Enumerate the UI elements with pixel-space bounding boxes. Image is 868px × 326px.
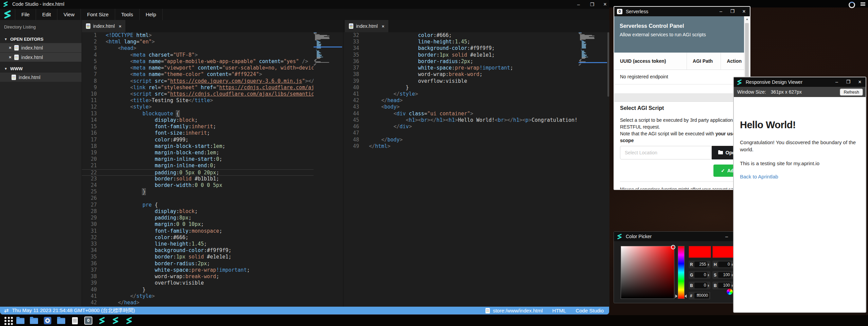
code-line-29[interactable]: 29 padding:8px;	[82, 215, 314, 221]
refresh-button[interactable]: Refresh	[840, 89, 863, 96]
code-line-42[interactable]: 42 </head>	[343, 97, 579, 104]
code-editor[interactable]: 32 color:#666;33 line-height:1.45;34 bac…	[343, 32, 579, 307]
code-line-11[interactable]: 11 <title>Testing Site</title>	[82, 97, 314, 104]
taskbar-folder-icon[interactable]	[27, 317, 41, 324]
code-line-2[interactable]: 2<html lang="en">	[82, 39, 314, 45]
menu-edit[interactable]: Edit	[36, 9, 57, 20]
close-button[interactable]: ×	[738, 8, 750, 15]
picker-field-hr0[interactable]: H0▴▾	[712, 261, 734, 268]
code-line-13[interactable]: 13 blockquote {	[82, 111, 314, 117]
code-line-41[interactable]: 41 </style>	[343, 91, 579, 97]
minimize-button[interactable]: –	[574, 2, 583, 7]
color-wheel-icon[interactable]	[727, 289, 733, 295]
title-bar[interactable]: Responsive Design Viewer – ❐ ×	[734, 77, 866, 87]
code-line-31[interactable]: 31 font-family:monospace;	[82, 228, 314, 234]
code-line-9[interactable]: 9 <link rel="stylesheet" href="https://c…	[82, 84, 314, 91]
status-file-path[interactable]: store:/www/index.html	[493, 308, 543, 313]
taskbar-document-icon[interactable]	[68, 317, 82, 324]
picker-field-sr1[interactable]: S100▴▾	[712, 271, 734, 279]
code-line-6[interactable]: 6 <meta name="viewport" content="user-sc…	[82, 65, 314, 71]
code-line-32[interactable]: 32 color:#666;	[82, 234, 314, 241]
sv-selector[interactable]	[671, 245, 675, 249]
code-line-4[interactable]: 4 <meta charset="UTF-8">	[82, 52, 314, 58]
title-bar[interactable]: 0 Serverless – ❐ ×	[614, 7, 750, 16]
code-line-38[interactable]: 38 word-wrap:break-word;	[343, 71, 579, 78]
code-line-26[interactable]: 26	[82, 195, 314, 202]
code-line-43[interactable]: 43 <body>	[343, 104, 579, 110]
code-line-1[interactable]: 1<!DOCTYPE html>	[82, 32, 314, 39]
menu-font-size[interactable]: Font Size	[81, 9, 114, 20]
menu-tools[interactable]: Tools	[115, 9, 139, 20]
scroll-up-icon[interactable]: ▴	[744, 17, 750, 21]
code-line-5[interactable]: 5 <meta name="apple-mobile-web-app-capab…	[82, 58, 314, 65]
code-line-44[interactable]: 44 <div class="ui container">	[343, 111, 579, 117]
code-line-40[interactable]: 40 }	[82, 287, 314, 293]
code-line-37[interactable]: 37 white-space:pre-wrap!important;	[82, 267, 314, 273]
sidebar-item-index.html[interactable]: index.html	[0, 73, 82, 82]
maximize-button[interactable]: ❐	[727, 8, 738, 15]
close-icon[interactable]: ×	[9, 45, 12, 50]
code-line-37[interactable]: 37 white-space:pre-wrap!important;	[343, 65, 579, 71]
code-line-40[interactable]: 40 }	[343, 84, 579, 91]
code-line-14[interactable]: 14 display:block;	[82, 117, 314, 123]
close-button[interactable]: ×	[854, 79, 866, 85]
code-line-35[interactable]: 35 border:1px solid #e1e1e1;	[82, 254, 314, 260]
restore-button[interactable]: ❐	[588, 2, 597, 7]
taskbar-folder-icon[interactable]	[54, 317, 68, 324]
picker-field-br2[interactable]: B100▴▾	[712, 282, 734, 289]
picker-field-hex[interactable]: #ff0000	[689, 292, 710, 300]
code-line-34[interactable]: 34 background-color:#f9f9f9;	[82, 247, 314, 254]
minimize-button[interactable]: –	[721, 234, 732, 239]
menu-file[interactable]: File	[15, 9, 36, 20]
maximize-button[interactable]: ❐	[843, 79, 854, 85]
stepper-icon[interactable]: ▴▾	[731, 274, 733, 276]
code-line-42[interactable]: 42 </head>	[82, 300, 314, 306]
preview-link[interactable]: Back to Aprintlab	[740, 174, 860, 179]
code-line-49[interactable]: 49</html>	[343, 143, 579, 150]
code-line-22[interactable]: 22 padding:0 5px 0 20px;	[82, 169, 314, 176]
title-bar[interactable]: Color Picker – ❐	[614, 232, 744, 241]
code-line-36[interactable]: 36 border-radius:2px;	[343, 58, 579, 65]
code-line-35[interactable]: 35 border:1px solid #e1e1e1;	[343, 52, 579, 58]
saturation-value-field[interactable]	[621, 246, 674, 299]
close-button[interactable]: ×	[601, 2, 609, 7]
select-location-input[interactable]: Select Location	[620, 146, 712, 159]
taskbar-serverless-icon[interactable]: 0	[82, 317, 95, 325]
code-line-10[interactable]: 10 <script src="https://cdnjs.cloudflare…	[82, 91, 314, 97]
code-line-38[interactable]: 38 word-wrap:break-word;	[82, 273, 314, 280]
taskbar-code-studio-icon[interactable]	[109, 317, 122, 324]
tab-close-icon[interactable]: ×	[119, 24, 122, 29]
code-line-33[interactable]: 33 line-height:1.45;	[343, 39, 579, 45]
code-line-23[interactable]: 23 border:solid #b1b1b1;	[82, 176, 314, 182]
status-language[interactable]: HTML	[552, 308, 566, 313]
code-line-3[interactable]: 3 <head>	[82, 45, 314, 52]
code-line-27[interactable]: 27 pre {	[82, 202, 314, 208]
code-line-41[interactable]: 41 </style>	[82, 293, 314, 300]
sidebar-item-index.html[interactable]: ×index.html	[0, 53, 82, 62]
code-line-24[interactable]: 24 border-width:0 0 0 5px	[82, 182, 314, 189]
code-line-32[interactable]: 32 color:#666;	[343, 32, 579, 39]
picker-field-b2[interactable]: B0▴▾	[689, 282, 710, 289]
code-line-45[interactable]: 45 <h1><br></h1><h1>Hello World!<br></h1…	[343, 117, 579, 123]
minimize-button[interactable]: –	[715, 8, 727, 15]
code-line-39[interactable]: 39 overflow:visible	[343, 78, 579, 84]
code-line-25[interactable]: 25 }	[82, 189, 314, 195]
minimap[interactable]	[314, 32, 342, 307]
sidebar-section-open-editors[interactable]: ▼OPEN EDITORS	[0, 35, 82, 43]
taskbar-disc-icon[interactable]	[41, 317, 54, 324]
title-bar[interactable]: Code Studio - index.html – ❐ ×	[0, 0, 609, 9]
code-line-12[interactable]: 12 <style>	[82, 104, 314, 110]
taskbar-code-studio-icon[interactable]	[122, 317, 136, 324]
stepper-icon[interactable]: ▴▾	[731, 284, 733, 287]
tab-index-html[interactable]: index.html ×	[82, 20, 125, 32]
code-line-48[interactable]: 48 </body>	[343, 137, 579, 143]
stepper-icon[interactable]: ▴▾	[708, 274, 709, 276]
tab-close-icon[interactable]: ×	[382, 24, 385, 29]
picker-field-g1[interactable]: G0▴▾	[689, 271, 710, 279]
taskbar-code-studio-icon[interactable]	[95, 317, 109, 324]
code-line-19[interactable]: 19 margin-block-end:1em;	[82, 150, 314, 156]
code-line-30[interactable]: 30 margin:0 0 10px;	[82, 221, 314, 228]
code-line-39[interactable]: 39 overflow:visible	[82, 280, 314, 286]
close-icon[interactable]: ×	[9, 55, 12, 60]
sidebar-section-www[interactable]: ▼WWW	[0, 65, 82, 72]
